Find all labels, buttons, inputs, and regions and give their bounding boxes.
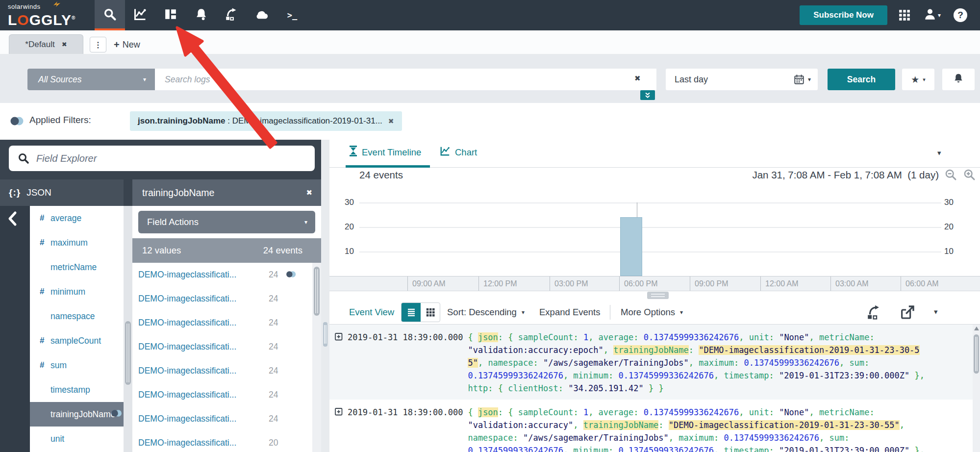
alert-bell-button[interactable] xyxy=(942,69,975,90)
field-explorer-input[interactable] xyxy=(35,146,315,171)
export-icon[interactable] xyxy=(899,304,916,323)
value-label: DEMO-imageclassificati... xyxy=(138,366,265,376)
new-tab-button[interactable]: + New xyxy=(114,37,140,52)
bell-icon xyxy=(953,73,964,86)
expand-event-icon[interactable] xyxy=(335,408,343,418)
clear-search-icon[interactable]: ✖ xyxy=(634,74,641,83)
field-values-panel: trainingJobName ✖ Field Actions ▾ 12 val… xyxy=(132,179,321,452)
scrollbar-handle[interactable] xyxy=(314,267,320,316)
json-token: : xyxy=(633,332,643,342)
x-axis-tick xyxy=(478,276,479,291)
event-json[interactable]: { json: { sampleCount: 1, average: 0.137… xyxy=(468,406,933,452)
field-label: trainingJobName xyxy=(50,409,115,420)
field-item-namespace[interactable]: namespace xyxy=(30,304,124,328)
nav-source-setup-tab[interactable] xyxy=(216,0,247,30)
json-group-header[interactable]: {:} JSON xyxy=(0,179,124,206)
help-button[interactable]: ? xyxy=(954,8,967,22)
json-token: 0.13745999336242676 xyxy=(644,332,739,342)
json-token: json xyxy=(478,332,498,342)
value-row-6[interactable]: DEMO-imageclassificati...24 xyxy=(132,383,312,407)
sort-dropdown[interactable]: Sort: Descending▾ xyxy=(447,300,525,325)
search-button[interactable]: Search xyxy=(828,69,895,90)
tab-options-button[interactable]: ⋮ xyxy=(90,37,106,52)
value-count: 24 xyxy=(269,366,278,376)
json-token: , xyxy=(714,371,724,380)
json-token: : xyxy=(573,407,583,417)
json-token: : { xyxy=(498,332,518,342)
value-row-2[interactable]: DEMO-imageclassificati...24 xyxy=(132,287,312,311)
timeline-bar-24-events[interactable] xyxy=(620,217,642,276)
tab-chart[interactable]: Chart xyxy=(440,146,477,159)
json-token: : xyxy=(513,433,523,443)
field-item-timestamp[interactable]: timestamp xyxy=(30,377,124,402)
search-input[interactable] xyxy=(155,69,656,90)
time-range-picker[interactable]: Last day ▾ xyxy=(666,69,818,90)
expand-event-icon[interactable] xyxy=(335,333,343,343)
tab-close-icon[interactable]: ✖ xyxy=(62,41,67,48)
tab-event-timeline[interactable]: Event Timeline xyxy=(349,146,421,159)
value-row-8[interactable]: DEMO-imageclassificati...20 xyxy=(132,431,312,452)
collapse-timeline-chevron[interactable]: ▾ xyxy=(937,149,941,157)
collapse-events-chevron[interactable]: ▾ xyxy=(934,307,938,316)
value-row-3[interactable]: DEMO-imageclassificati...24 xyxy=(132,311,312,335)
field-item-unit[interactable]: unit xyxy=(30,427,124,451)
more-options-dropdown[interactable]: More Options▾ xyxy=(621,300,683,325)
tab-default[interactable]: *Default ✖ xyxy=(9,34,83,54)
remove-filter-icon[interactable]: ✖ xyxy=(388,117,394,125)
scroll-up-arrow[interactable] xyxy=(974,326,979,330)
line-chart-icon xyxy=(133,7,147,23)
nav-archiving-tab[interactable] xyxy=(247,0,277,30)
scrollbar-handle[interactable] xyxy=(974,334,979,374)
scrollbar-handle[interactable] xyxy=(125,321,131,385)
apps-grid-icon[interactable] xyxy=(898,9,911,22)
grid-view-button[interactable] xyxy=(421,303,440,322)
field-item-sum[interactable]: #sum xyxy=(30,353,124,377)
field-item-metricName[interactable]: metricName xyxy=(30,255,124,279)
derived-fields-icon[interactable] xyxy=(866,304,882,323)
panel-resize-handle[interactable] xyxy=(323,322,327,347)
close-values-panel-icon[interactable]: ✖ xyxy=(306,188,312,197)
timeline-scroll-handle[interactable] xyxy=(647,292,669,299)
json-token: 0.13745999336242676 xyxy=(724,433,819,443)
collapse-panel-chevron[interactable] xyxy=(6,211,20,228)
nav-console-tab[interactable]: >_ xyxy=(277,0,307,30)
list-view-button[interactable] xyxy=(402,303,421,322)
nav-search-tab[interactable] xyxy=(95,0,125,30)
loggly-logo[interactable]: solarwinds LOGGLY® xyxy=(8,2,75,27)
search-band: All Sources ▾ ✖ Last day ▾ Search ★ ▾ xyxy=(0,54,980,103)
expand-search-chevrons[interactable] xyxy=(640,90,655,100)
event-timestamp: 2019-01-31 18:39:00.000 xyxy=(348,331,463,344)
event-json[interactable]: { json: { sampleCount: 1, average: 0.137… xyxy=(468,331,933,395)
field-item-sampleCount[interactable]: #sampleCount xyxy=(30,328,124,353)
zoom-out-icon[interactable] xyxy=(944,168,957,183)
value-row-4[interactable]: DEMO-imageclassificati...24 xyxy=(132,335,312,359)
field-item-trainingJobName[interactable]: trainingJobName xyxy=(30,402,124,427)
filter-venn-icon xyxy=(286,270,297,280)
filter-chip-value: : DEMO-imageclassification-2019-01-31... xyxy=(226,116,382,126)
subscribe-now-button[interactable]: Subscribe Now xyxy=(800,5,887,25)
nav-dashboards-tab[interactable] xyxy=(155,0,186,30)
field-actions-dropdown[interactable]: Field Actions ▾ xyxy=(138,211,315,233)
json-token: , xyxy=(900,420,905,430)
field-item-minimum[interactable]: #minimum xyxy=(30,279,124,304)
json-token: 0.13745999336242676 xyxy=(619,446,714,452)
value-row-1[interactable]: DEMO-imageclassificati...24 xyxy=(132,263,312,287)
user-account-menu[interactable]: ▾ xyxy=(924,8,941,23)
field-explorer-searchbox[interactable] xyxy=(9,146,315,171)
field-item-maximum[interactable]: #maximum xyxy=(30,230,124,255)
value-row-5[interactable]: DEMO-imageclassificati...24 xyxy=(132,359,312,383)
saved-searches-button[interactable]: ★ ▾ xyxy=(902,69,934,90)
toolbar-divider xyxy=(610,305,610,320)
time-range-label: Last day xyxy=(675,75,794,85)
nav-alerts-tab[interactable] xyxy=(186,0,216,30)
filter-chip-trainingJobName[interactable]: json.trainingJobName : DEMO-imageclassif… xyxy=(130,111,402,131)
json-token: trainingJobName xyxy=(613,345,689,355)
all-sources-dropdown[interactable]: All Sources ▾ xyxy=(27,69,155,90)
expand-events-button[interactable]: Expand Events xyxy=(539,300,600,325)
value-row-7[interactable]: DEMO-imageclassificati...24 xyxy=(132,407,312,431)
field-item-average[interactable]: #average xyxy=(30,206,124,230)
nav-charts-tab[interactable] xyxy=(125,0,155,30)
zoom-in-icon[interactable] xyxy=(963,168,976,183)
calendar-icon: ▾ xyxy=(794,74,811,85)
json-token: , xyxy=(714,446,724,452)
